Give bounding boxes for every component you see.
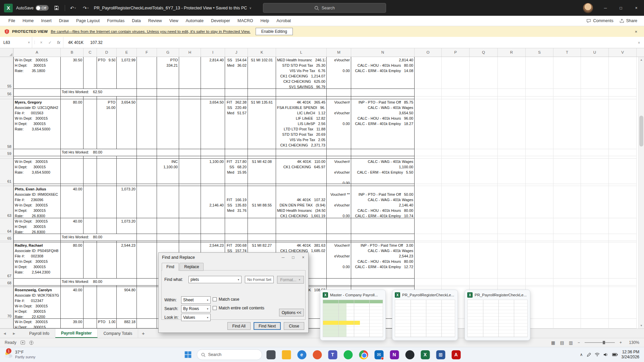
cell-O-61[interactable]	[415, 159, 442, 184]
cell-B[interactable]	[61, 97, 84, 99]
cell-A-58[interactable]: Myers, GregoryAssociate ID: U3C1QINH2Fil…	[13, 99, 61, 149]
normal-view-icon[interactable]: ▦	[551, 340, 555, 345]
cell-H-65[interactable]	[179, 234, 201, 241]
cell-S-65[interactable]	[526, 234, 553, 241]
cell-Q-55[interactable]	[470, 57, 498, 89]
enable-editing-button[interactable]: Enable Editing	[256, 28, 293, 35]
cell-I-56[interactable]	[201, 89, 225, 97]
row-header-55[interactable]: 55	[0, 57, 13, 89]
cell-S-63[interactable]	[526, 186, 553, 218]
cell-Q-61[interactable]	[470, 159, 498, 184]
autosave-toggle[interactable]: AutoSave Off	[16, 5, 49, 11]
cell-L-61[interactable]: 4K 401K 110.00CK1 CHECKING 645.97	[276, 159, 327, 184]
dialog-title-bar[interactable]: Find and Replace ─ □ ×	[159, 253, 308, 262]
cell-V-67[interactable]	[609, 242, 637, 279]
cell-P-59[interactable]	[442, 149, 470, 156]
window-thumbnail-3[interactable]: XPR_PayrollRegisterCheckLe...	[465, 290, 530, 341]
cell-O-65[interactable]	[415, 234, 442, 241]
cell-I-61[interactable]: 1,100.00	[201, 159, 225, 184]
column-header-U[interactable]: U	[581, 48, 609, 57]
cell-T-55[interactable]	[553, 57, 581, 89]
cell-U-67[interactable]	[581, 242, 609, 279]
cell-F-67[interactable]	[137, 242, 157, 279]
cell-U-61[interactable]	[581, 159, 609, 184]
firefox-icon[interactable]	[311, 348, 324, 361]
cell-V-63[interactable]	[609, 186, 637, 218]
cell-Q-67[interactable]	[470, 242, 498, 279]
cell-D[interactable]	[97, 156, 117, 159]
cell-B[interactable]: 39.00	[61, 319, 84, 328]
document-title[interactable]: PR_PayrollRegisterCheckLevelTotals_6Y7_1…	[94, 6, 252, 10]
cell-K-59[interactable]	[248, 149, 276, 156]
search-select[interactable]: By Rows▼	[181, 305, 211, 312]
cell-J-55[interactable]: SS 154.64Med 36.02	[225, 57, 248, 89]
cell-P-58[interactable]	[442, 99, 470, 149]
cell-J-65[interactable]	[225, 234, 248, 241]
cell-L[interactable]	[276, 97, 327, 99]
cell-V-58[interactable]	[609, 99, 637, 149]
menu-tab-developer[interactable]: Developer	[207, 16, 234, 26]
cell-C-63[interactable]	[84, 186, 97, 218]
tab-find[interactable]: Find	[162, 263, 179, 271]
name-box[interactable]: L63∨	[0, 37, 32, 48]
cell-V-65[interactable]	[609, 234, 637, 241]
cell-E-64[interactable]: 1,073.20	[117, 218, 137, 234]
cell-A-55[interactable]: W-In Dept: 300015H Dept: 300015Rate: 35.…	[13, 57, 61, 89]
cell-F-70[interactable]	[137, 287, 157, 319]
cell-P-64[interactable]	[442, 218, 470, 234]
page-break-view-icon[interactable]: ▥	[569, 340, 573, 345]
start-button[interactable]	[181, 348, 195, 361]
menu-tab-automate[interactable]: Automate	[182, 16, 208, 26]
page-layout-view-icon[interactable]: ▤	[560, 340, 564, 345]
row-header-63[interactable]: 63	[0, 186, 13, 218]
cell-R-55[interactable]	[498, 57, 526, 89]
scroll-up-icon[interactable]: ▲	[639, 57, 644, 63]
cell-A-67[interactable]: Radley, RachaelAssociate ID: P504SFQH8Fi…	[13, 242, 61, 279]
cell-N-65[interactable]	[351, 234, 415, 241]
cell-C[interactable]	[84, 156, 97, 159]
zoom-slider[interactable]	[585, 342, 615, 343]
cell-I-64[interactable]	[201, 218, 225, 234]
cell-N-64[interactable]	[351, 218, 415, 234]
cell-totl-65[interactable]: Totl Hrs Worked: 80.00	[61, 234, 137, 241]
options-button[interactable]: Options <<	[279, 309, 304, 316]
banner-close-icon[interactable]: ×	[633, 29, 639, 34]
cell-R-58[interactable]	[498, 99, 526, 149]
column-header-S[interactable]: S	[526, 48, 553, 57]
cell-N-61[interactable]: CALC - WAG - 401k Wages1,100.00CALC - ER…	[351, 159, 415, 184]
sheet-nav-left-icon[interactable]: ◀	[0, 329, 9, 338]
cell-Q[interactable]	[470, 97, 498, 99]
cell-L-56[interactable]	[276, 89, 327, 97]
edge-icon[interactable]: e	[295, 348, 309, 361]
cell-K[interactable]	[248, 97, 276, 99]
cell-F[interactable]	[137, 319, 157, 328]
cell-V[interactable]	[609, 156, 637, 159]
find-all-button[interactable]: Find All	[227, 322, 251, 330]
cell-M-56[interactable]	[327, 89, 351, 97]
cell-B-61[interactable]	[61, 159, 84, 184]
cell-B[interactable]	[61, 156, 84, 159]
cell-E-61[interactable]	[117, 159, 137, 184]
cell-U-65[interactable]	[581, 234, 609, 241]
cell-V-59[interactable]	[609, 149, 637, 156]
cell-V-70[interactable]	[609, 287, 637, 319]
cell-N-67[interactable]: INP - PTO - Paid Time Off 3.00CALC - WAG…	[351, 242, 415, 279]
cell-F[interactable]	[137, 156, 157, 159]
column-header-F[interactable]: F	[137, 48, 157, 57]
cell-N[interactable]	[351, 156, 415, 159]
cell-A-63[interactable]: Plets, Evan JuliusAssociate ID: IRM00X6E…	[13, 186, 61, 218]
cell-T[interactable]	[553, 156, 581, 159]
tab-replace[interactable]: Replace	[179, 263, 204, 271]
cell-T[interactable]	[553, 97, 581, 99]
cell-G-55[interactable]: PTO334.21	[157, 57, 179, 89]
namebox-resize-handle[interactable]: ⋮	[32, 37, 37, 48]
cell-N-63[interactable]: INP - PTO - Paid Time Off 50.00CALC - WA…	[351, 186, 415, 218]
cell-Q-65[interactable]	[470, 234, 498, 241]
minimize-button[interactable]: ─	[598, 0, 613, 16]
cell-F-68[interactable]	[137, 279, 157, 286]
cell-S-55[interactable]	[526, 57, 553, 89]
titlebar-search[interactable]: Search	[263, 3, 386, 13]
row-header-65[interactable]: 65	[0, 234, 13, 241]
column-header-H[interactable]: H	[179, 48, 201, 57]
cell-G-56[interactable]	[157, 89, 179, 97]
